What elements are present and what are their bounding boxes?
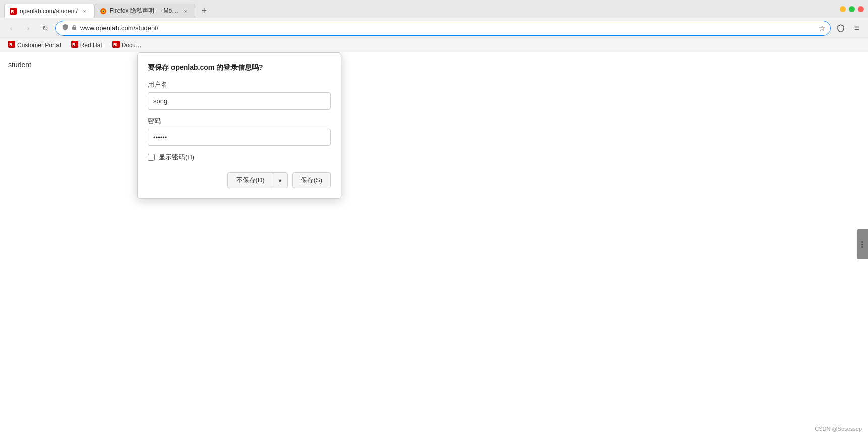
title-bar: R openlab.com/student/ × Firefox 隐私声明 — …	[0, 0, 868, 18]
tab1-favicon: R	[10, 8, 17, 15]
svg-point-4	[102, 10, 104, 12]
tab1-title: openlab.com/student/	[20, 8, 78, 15]
bookmark2-label: Red Hat	[80, 42, 102, 49]
tab-firefox-privacy[interactable]: Firefox 隐私声明 — Mozil… ×	[94, 4, 195, 18]
svg-text:R: R	[113, 42, 117, 47]
tab2-title: Firefox 隐私声明 — Mozil…	[110, 7, 179, 15]
shield-toolbar-button[interactable]	[834, 21, 848, 35]
save-password-dialog: 要保存 openlab.com 的登录信息吗? 用户名 密码 显示密码(H) 不…	[137, 52, 341, 199]
tab2-close-button[interactable]: ×	[182, 7, 190, 15]
svg-rect-14	[861, 244, 863, 245]
lock-icon	[71, 24, 77, 32]
minimize-button[interactable]	[840, 6, 846, 12]
bookmark3-label: Docu…	[122, 42, 142, 49]
close-window-button[interactable]	[858, 6, 864, 12]
show-password-row: 显示密码(H)	[148, 153, 331, 162]
dialog-buttons: 不保存(D) ∨ 保存(S)	[148, 172, 331, 188]
toolbar: ‹ › ↻ ☆	[0, 18, 868, 38]
hamburger-icon: ≡	[854, 23, 860, 33]
show-password-label: 显示密码(H)	[159, 153, 194, 162]
shield-icon	[61, 23, 69, 33]
dropdown-chevron-icon: ∨	[278, 177, 282, 184]
username-input[interactable]	[148, 92, 331, 110]
svg-rect-13	[861, 241, 863, 243]
bookmark-redhat[interactable]: R Red Hat	[67, 40, 106, 50]
address-bar[interactable]: ☆	[55, 21, 831, 36]
no-save-button[interactable]: 不保存(D)	[227, 172, 273, 188]
tab2-favicon	[100, 8, 107, 15]
show-password-checkbox[interactable]	[148, 154, 155, 161]
bookmark-star-icon[interactable]: ☆	[819, 24, 825, 33]
toolbar-right: ≡	[834, 21, 864, 35]
page-main-text: student	[8, 61, 31, 69]
password-input[interactable]	[148, 129, 331, 146]
password-label: 密码	[148, 117, 331, 126]
save-button[interactable]: 保存(S)	[292, 172, 331, 188]
bookmark2-favicon: R	[71, 41, 78, 49]
bookmark-customer-portal[interactable]: R Customer Portal	[4, 40, 65, 50]
url-input[interactable]	[80, 24, 816, 32]
svg-text:R: R	[72, 42, 76, 47]
dialog-title: 要保存 openlab.com 的登录信息吗?	[148, 63, 331, 72]
no-save-dropdown-button[interactable]: ∨	[273, 172, 288, 188]
bookmark3-favicon: R	[112, 41, 120, 49]
right-sidebar-button[interactable]	[857, 229, 868, 259]
tab1-close-button[interactable]: ×	[81, 7, 89, 15]
svg-text:R: R	[9, 42, 13, 47]
back-button[interactable]: ‹	[4, 21, 18, 35]
watermark-text: CSDN @Sesessep	[815, 426, 862, 432]
refresh-button[interactable]: ↻	[38, 21, 52, 35]
address-bar-icons	[61, 23, 77, 33]
bookmarks-bar: R Customer Portal R Red Hat R Docu…	[0, 38, 868, 52]
tab-bar: R openlab.com/student/ × Firefox 隐私声明 — …	[4, 0, 836, 18]
window-controls	[840, 6, 864, 12]
browser-window: R openlab.com/student/ × Firefox 隐私声明 — …	[0, 0, 868, 436]
add-tab-button[interactable]: +	[197, 4, 211, 18]
svg-text:R: R	[11, 9, 14, 14]
forward-button[interactable]: ›	[21, 21, 35, 35]
username-label: 用户名	[148, 80, 331, 89]
maximize-button[interactable]	[849, 6, 855, 12]
bookmark-docu[interactable]: R Docu…	[108, 40, 146, 50]
svg-rect-5	[72, 27, 76, 30]
bookmark1-favicon: R	[8, 41, 15, 49]
svg-rect-15	[861, 246, 863, 248]
menu-button[interactable]: ≡	[850, 21, 864, 35]
bookmark1-label: Customer Portal	[17, 42, 61, 49]
address-bar-right-icons: ☆	[819, 24, 825, 33]
page-content: student 要保存 openlab.com 的登录信息吗? 用户名 密码 显…	[0, 52, 868, 436]
tab-openlab[interactable]: R openlab.com/student/ ×	[4, 4, 94, 18]
